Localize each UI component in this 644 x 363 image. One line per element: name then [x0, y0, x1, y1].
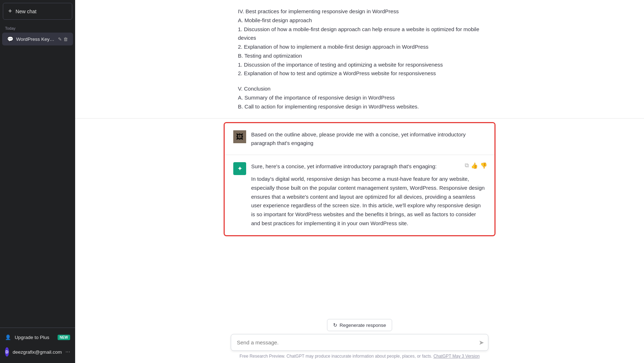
outline-line-10: B. Call to action for implementing respo…	[238, 102, 481, 111]
main-content: IV. Best practices for implementing resp…	[75, 0, 644, 363]
dots-menu-icon[interactable]: ···	[65, 349, 70, 355]
assistant-message: ✦ Sure, here's a concise, yet informativ…	[225, 155, 494, 235]
user-account[interactable]: D deezgrafix@gmail.com ···	[0, 344, 75, 360]
upgrade-label: Upgrade to Plus	[15, 335, 49, 340]
plus-icon: +	[8, 8, 12, 15]
chat-actions: ✎ 🗑	[58, 37, 68, 42]
new-chat-button[interactable]: + New chat	[3, 3, 72, 20]
section-divider	[75, 118, 644, 118]
thumbs-up-icon[interactable]: 👍	[471, 162, 478, 169]
user-message-text: Based on the outline above, please provi…	[251, 130, 486, 147]
avatar: D	[5, 347, 9, 357]
outline-line-6: 2. Explanation of how to test and optimi…	[238, 69, 481, 78]
chat-scroll[interactable]: IV. Best practices for implementing resp…	[75, 0, 644, 315]
gpt-symbol: ✦	[237, 165, 243, 173]
send-button[interactable]: ➤	[479, 339, 484, 347]
highlighted-exchange: 🖼 Based on the outline above, please pro…	[224, 122, 496, 236]
outline-line-1: A. Mobile-first design approach	[238, 16, 481, 25]
sidebar-bottom: 👤 Upgrade to Plus NEW D deezgrafix@gmail…	[0, 328, 75, 363]
sidebar: + New chat Today 💬 WordPress Keyword Ide…	[0, 0, 75, 363]
user-avatar-image: 🖼	[233, 130, 246, 143]
chat-icon: 💬	[7, 36, 13, 42]
regenerate-button[interactable]: ↻ Regenerate response	[327, 319, 392, 331]
user-icon: 👤	[5, 334, 11, 340]
edit-icon[interactable]: ✎	[58, 37, 62, 42]
outline-section: IV. Best practices for implementing resp…	[75, 0, 644, 118]
bottom-bar: ↻ Regenerate response ➤ Free Research Pr…	[75, 315, 644, 363]
outline-line-0: IV. Best practices for implementing resp…	[238, 7, 481, 16]
copy-icon[interactable]: ⧉	[465, 162, 469, 169]
outline-line-9: A. Summary of the importance of responsi…	[238, 93, 481, 102]
footer-text: Free Research Preview. ChatGPT may produ…	[239, 354, 479, 362]
send-icon: ➤	[479, 339, 484, 346]
regen-icon: ↻	[333, 322, 337, 328]
assistant-body: In today's digital world, responsive des…	[251, 175, 486, 228]
user-message: 🖼 Based on the outline above, please pro…	[225, 123, 494, 155]
outline-line-3: 2. Explanation of how to implement a mob…	[238, 43, 481, 52]
delete-icon[interactable]: 🗑	[63, 37, 68, 42]
outline-content: IV. Best practices for implementing resp…	[231, 7, 488, 111]
chat-item[interactable]: 💬 WordPress Keyword Ide ✎ 🗑	[2, 33, 73, 45]
message-actions: ⧉ 👍 👎	[465, 162, 487, 169]
outline-line-4: B. Testing and optimization	[238, 52, 481, 60]
assistant-message-content: Sure, here's a concise, yet informative …	[251, 162, 486, 228]
outline-line-8: V. Conclusion	[238, 84, 481, 93]
input-area: ➤	[231, 334, 488, 351]
outline-line-2: 1. Discussion of how a mobile-first desi…	[238, 25, 481, 43]
new-chat-label: New chat	[16, 9, 36, 14]
assistant-intro: Sure, here's a concise, yet informative …	[251, 162, 486, 171]
thumbs-down-icon[interactable]: 👎	[480, 162, 487, 169]
outline-line-5: 1. Discussion of the importance of testi…	[238, 60, 481, 69]
user-email: deezgrafix@gmail.com	[13, 349, 62, 355]
regenerate-label: Regenerate response	[340, 323, 386, 328]
gpt-icon: ✦	[233, 162, 246, 175]
footer-link[interactable]: ChatGPT May 3 Version	[433, 354, 479, 359]
new-badge: NEW	[58, 335, 70, 340]
upgrade-to-plus[interactable]: 👤 Upgrade to Plus NEW	[0, 331, 75, 344]
chat-item-label: WordPress Keyword Ide	[16, 37, 55, 42]
today-label: Today	[0, 23, 75, 32]
message-input[interactable]	[231, 334, 488, 351]
